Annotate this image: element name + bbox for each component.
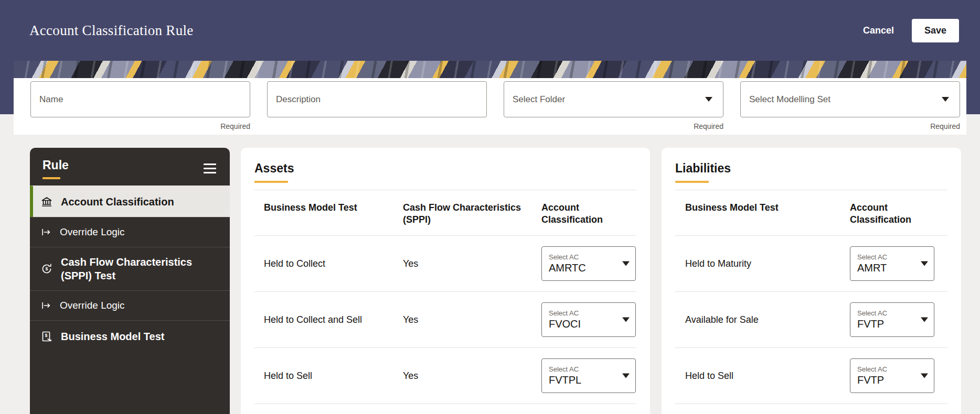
assets-row-business-model: Held to Collect: [254, 236, 403, 292]
sidebar-item-account-classification[interactable]: Account Classification: [30, 186, 230, 217]
sidebar-header: Rule: [30, 148, 230, 186]
ac-select-label: Select AC: [857, 254, 918, 260]
sidebar-item-override-logic-1[interactable]: Override Logic: [30, 217, 230, 247]
page-title: Account Classification Rule: [29, 23, 194, 39]
assets-row-ac-cell: Select AC FVTPL: [541, 348, 636, 404]
assets-panel: Assets Business Model Test Cash Flow Cha…: [241, 148, 650, 414]
liabilities-title-underline: [675, 181, 709, 183]
sidebar-item-label: Business Model Test: [61, 330, 164, 343]
chevron-down-icon: [942, 97, 949, 102]
rule-sidebar: Rule Account Classification Override Log…: [30, 148, 230, 414]
save-button[interactable]: Save: [912, 19, 959, 42]
modelling-set-select-label: Select Modelling Set: [741, 94, 942, 105]
ac-select-label: Select AC: [857, 366, 918, 373]
folder-select-label: Select Folder: [504, 94, 705, 105]
sidebar-item-label: Account Classification: [61, 195, 174, 209]
cancel-button[interactable]: Cancel: [861, 21, 896, 40]
liabilities-col-account-classification: Account Classification: [850, 190, 947, 236]
sidebar-title: Rule: [42, 158, 69, 172]
menu-icon[interactable]: [203, 162, 217, 175]
sidebar-title-underline: [42, 177, 60, 179]
account-classification-select[interactable]: Select AC FVTP: [850, 302, 934, 337]
ac-select-label: Select AC: [549, 254, 620, 260]
liabilities-row-business-model: Held to Sell: [675, 348, 850, 404]
map-arrow-icon: [40, 300, 52, 311]
folder-required-note: Required: [504, 122, 723, 130]
ac-select-label: Select AC: [549, 310, 620, 317]
sidebar-title-block: Rule: [42, 158, 69, 179]
map-arrow-icon: [40, 226, 52, 238]
chevron-down-icon: [921, 374, 928, 378]
name-input[interactable]: [31, 82, 250, 117]
sidebar-item-business-model-test[interactable]: $ Business Model Test: [30, 320, 230, 352]
name-field: [30, 81, 250, 117]
assets-title-underline: [254, 181, 288, 183]
sidebar-item-label: Override Logic: [60, 299, 125, 312]
chevron-down-icon: [622, 262, 630, 266]
document-dollar-icon: $: [40, 330, 53, 343]
ac-select-value: FVTPL: [549, 374, 620, 386]
decorative-banner: [14, 61, 966, 78]
assets-row-business-model: Held to Collect and Sell: [254, 292, 403, 348]
modelling-set-required-note: Required: [740, 122, 960, 130]
account-classification-select[interactable]: Select AC FVTPL: [541, 358, 636, 393]
liabilities-row-business-model: Held to Maturity: [675, 236, 850, 292]
description-field: [267, 81, 487, 117]
chevron-down-icon: [622, 374, 630, 378]
assets-row-ac-cell: Select AC AMRTC: [541, 236, 636, 292]
rule-form: Required Select Folder Required Select M…: [14, 78, 966, 135]
ac-select-label: Select AC: [857, 310, 918, 317]
svg-text:$: $: [45, 332, 47, 337]
assets-col-account-classification: Account Classification: [541, 190, 636, 236]
liabilities-panel: Liabilities Business Model Test Account …: [662, 148, 961, 414]
account-classification-select[interactable]: Select AC AMRT: [850, 246, 934, 281]
sidebar-item-label: Override Logic: [60, 226, 125, 239]
assets-row-business-model: Held to Sell: [254, 348, 403, 404]
name-required-note: Required: [30, 122, 250, 130]
chevron-down-icon: [921, 262, 928, 266]
assets-title: Assets: [254, 148, 636, 176]
header-actions: Cancel Save: [861, 19, 959, 42]
account-classification-select[interactable]: Select AC AMRTC: [541, 246, 636, 281]
liabilities-table: Business Model Test Account Classificati…: [675, 190, 947, 404]
account-classification-select[interactable]: Select AC FVOCI: [541, 302, 636, 337]
header-row: Account Classification Rule Cancel Save: [0, 0, 980, 61]
modelling-set-field-group: Select Modelling Set Required: [740, 81, 960, 135]
description-input[interactable]: [268, 82, 486, 117]
ac-select-value: AMRT: [857, 262, 918, 274]
ac-select-value: AMRTC: [549, 262, 620, 274]
modelling-set-select[interactable]: Select Modelling Set: [740, 81, 960, 117]
liabilities-col-business-model: Business Model Test: [675, 190, 850, 236]
assets-table: Business Model Test Cash Flow Characteri…: [254, 190, 636, 404]
name-field-group: Required: [30, 81, 250, 135]
liabilities-title: Liabilities: [675, 148, 947, 176]
assets-row-sppi: Yes: [403, 236, 541, 292]
ac-select-value: FVTP: [857, 318, 918, 330]
svg-text:$: $: [45, 266, 48, 271]
account-classification-select[interactable]: Select AC FVTP: [850, 358, 934, 393]
assets-col-sppi: Cash Flow Characteristics (SPPI): [403, 190, 541, 236]
ac-select-value: FVOCI: [549, 318, 620, 330]
ac-select-value: FVTP: [857, 374, 918, 386]
folder-field-group: Select Folder Required: [504, 81, 723, 135]
ac-select-label: Select AC: [549, 366, 620, 373]
liabilities-row-ac-cell: Select AC FVTP: [850, 292, 947, 348]
bank-icon: [40, 195, 53, 208]
sidebar-item-label: Cash Flow Characteristics (SPPI) Test: [61, 255, 219, 282]
chevron-down-icon: [622, 318, 630, 322]
assets-row-sppi: Yes: [403, 348, 541, 404]
cycle-dollar-icon: $: [40, 263, 53, 275]
folder-select[interactable]: Select Folder: [504, 81, 723, 117]
chevron-down-icon: [705, 97, 712, 102]
assets-row-sppi: Yes: [403, 292, 541, 348]
chevron-down-icon: [921, 318, 928, 322]
liabilities-row-ac-cell: Select AC AMRT: [850, 236, 947, 292]
sidebar-item-cash-flow-characteristics[interactable]: $ Cash Flow Characteristics (SPPI) Test: [30, 247, 230, 290]
assets-col-business-model: Business Model Test: [254, 190, 403, 236]
liabilities-row-business-model: Available for Sale: [675, 292, 850, 348]
sidebar-item-override-logic-2[interactable]: Override Logic: [30, 290, 230, 320]
liabilities-row-ac-cell: Select AC FVTP: [850, 348, 947, 404]
assets-row-ac-cell: Select AC FVOCI: [541, 292, 636, 348]
description-field-group: [267, 81, 487, 135]
